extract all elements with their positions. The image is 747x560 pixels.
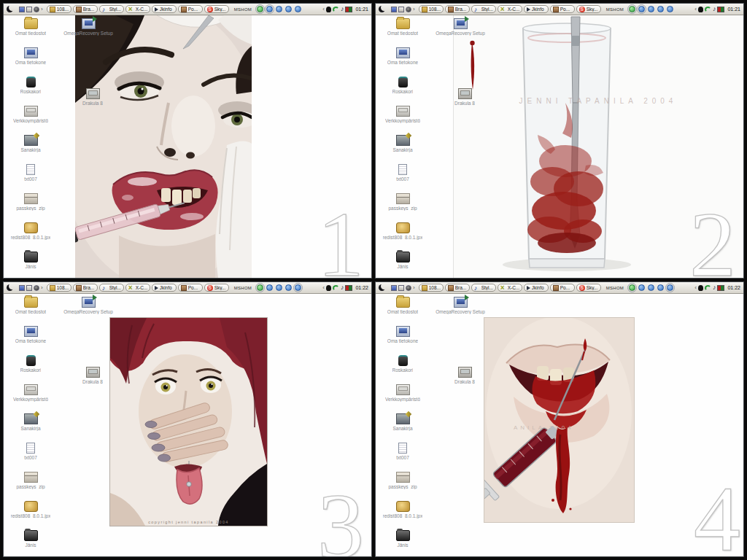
desktop-surface[interactable]: Omat tiedostot Oma tietokone Roskakori V… [376, 15, 743, 278]
task-button[interactable]: Po... [550, 284, 575, 292]
desktop-icon[interactable]: Roskakori [380, 355, 425, 384]
task-button[interactable]: Styl... [471, 284, 496, 292]
task-button[interactable]: Bra... [445, 5, 470, 13]
desktop-icon[interactable]: txt007 [380, 443, 425, 472]
launcher-icon[interactable] [648, 6, 654, 12]
tray-bug-icon[interactable] [698, 7, 703, 12]
task-button[interactable]: Po... [178, 5, 203, 13]
tray-phone-icon[interactable] [333, 285, 339, 291]
desktop-icon[interactable]: Drakula 8 [66, 88, 119, 106]
task-button[interactable]: Sky... [576, 284, 601, 292]
launcher-icon[interactable] [638, 284, 645, 291]
desktop-icon[interactable]: txt007 [8, 164, 53, 193]
toolbar-overflow-chevron-icon[interactable]: › [413, 7, 415, 12]
tray-collapse-chevron-icon[interactable]: ‹ [322, 285, 325, 291]
desktop-icon[interactable]: Omat tiedostot [8, 297, 53, 326]
tray-phone-icon[interactable] [705, 7, 711, 12]
tray-music-icon[interactable]: ♪ [713, 6, 716, 12]
task-button[interactable]: Sky... [204, 5, 229, 13]
desktop-icon[interactable]: Verkkoympäristö [8, 106, 53, 135]
tray-collapse-chevron-icon[interactable]: ‹ [694, 285, 697, 291]
launcher-icon[interactable] [257, 284, 263, 291]
task-button[interactable]: Jkinfo [524, 284, 549, 292]
taskbar-clock[interactable]: 01:22 [727, 285, 740, 290]
launcher-icon[interactable] [295, 284, 301, 291]
desktop-icon[interactable]: Roskakori [8, 77, 53, 106]
desktop-surface[interactable]: Omat tiedostot Oma tietokone Roskakori V… [4, 294, 371, 556]
task-button[interactable]: X-C... [498, 5, 522, 13]
launcher-icon[interactable] [657, 284, 664, 291]
tray-flag-icon[interactable] [717, 7, 724, 12]
task-button[interactable]: Styl... [99, 5, 124, 13]
tray-music-icon[interactable]: ♪ [341, 6, 344, 12]
desktop-icon[interactable]: Verkkoympäristö [380, 384, 425, 413]
desktop-icon[interactable]: Oma tietokone [380, 326, 425, 355]
task-button[interactable]: 108... [47, 284, 71, 292]
desktop-icon[interactable]: OmegaRecovery Setup [58, 297, 119, 314]
tray-flag-icon[interactable] [345, 285, 352, 291]
start-moon-icon[interactable] [379, 6, 385, 12]
quicklaunch-window-icon[interactable] [391, 7, 397, 12]
launcher-icon[interactable] [648, 284, 654, 291]
task-button[interactable]: Sky... [576, 5, 601, 13]
quicklaunch-desktop-icon[interactable] [26, 285, 32, 291]
desktop-icon[interactable]: passkeys_zip [8, 193, 53, 222]
desktop-icon[interactable]: redist808_8.0.1.jpx [380, 501, 425, 530]
desktop-icon[interactable]: Omat tiedostot [380, 18, 425, 47]
start-moon-icon[interactable] [379, 284, 385, 291]
desktop-icon[interactable]: Sanakirja [8, 135, 53, 164]
desktop-icon[interactable]: txt007 [380, 164, 425, 193]
start-moon-icon[interactable] [7, 6, 13, 12]
taskbar-clock[interactable]: 01:21 [355, 7, 368, 12]
quicklaunch-window-icon[interactable] [19, 7, 25, 12]
task-button[interactable]: X-C... [125, 5, 150, 13]
toolbar-overflow-chevron-icon[interactable]: › [41, 7, 43, 12]
desktop-icon[interactable]: OmegaRecovery Setup [430, 18, 491, 36]
launcher-icon[interactable] [657, 6, 664, 12]
task-button[interactable]: Bra... [73, 5, 98, 13]
desktop-surface[interactable]: Omat tiedostot Oma tietokone Roskakori V… [4, 15, 371, 278]
desktop-icon[interactable]: Jänis [380, 252, 425, 278]
launcher-icon[interactable] [266, 284, 273, 291]
desktop-icon[interactable]: OmegaRecovery Setup [58, 18, 119, 36]
task-button[interactable]: 108... [419, 5, 444, 13]
task-button[interactable]: Jkinfo [152, 5, 177, 13]
tray-bug-icon[interactable] [326, 7, 331, 12]
quicklaunch-player-icon[interactable] [406, 285, 411, 291]
desktop-icon[interactable]: Sanakirja [380, 413, 425, 443]
desktop-icon[interactable]: passkeys_zip [380, 472, 425, 501]
launcher-icon[interactable] [276, 284, 282, 291]
launcher-icon[interactable] [285, 6, 292, 12]
desktop-icon[interactable]: Roskakori [8, 355, 53, 384]
launcher-icon[interactable] [667, 6, 673, 12]
desktop-icon[interactable]: Oma tietokone [8, 47, 53, 77]
quicklaunch-window-icon[interactable] [391, 285, 397, 291]
task-button[interactable]: 108... [47, 5, 71, 13]
tray-collapse-chevron-icon[interactable]: ‹ [322, 7, 325, 12]
task-button[interactable]: X-C... [125, 284, 150, 292]
tray-bug-icon[interactable] [698, 285, 703, 291]
launcher-icon[interactable] [629, 284, 635, 291]
tray-flag-icon[interactable] [345, 7, 352, 12]
task-button[interactable]: Styl... [99, 284, 124, 292]
desktop-icon[interactable]: Drakula 8 [66, 367, 119, 384]
tray-music-icon[interactable]: ♪ [713, 284, 716, 291]
desktop-icon[interactable]: Oma tietokone [380, 47, 425, 77]
desktop-icon[interactable]: redist808_8.0.1.jpx [8, 222, 53, 252]
desktop-icon[interactable]: Omat tiedostot [380, 297, 425, 326]
tray-bug-icon[interactable] [326, 285, 331, 291]
task-button[interactable]: Bra... [73, 284, 98, 292]
task-button[interactable]: Po... [178, 284, 203, 292]
launcher-icon[interactable] [257, 6, 263, 12]
task-button[interactable]: Po... [550, 5, 575, 13]
desktop-icon[interactable]: Jänis [380, 530, 425, 556]
desktop-icon[interactable]: Drakula 8 [438, 367, 491, 384]
toolbar-overflow-chevron-icon[interactable]: › [41, 285, 43, 291]
desktop-icon[interactable]: Roskakori [380, 77, 425, 106]
tray-collapse-chevron-icon[interactable]: ‹ [694, 7, 697, 12]
desktop-icon[interactable]: Drakula 8 [438, 88, 491, 106]
desktop-icon[interactable]: redist808_8.0.1.jpx [380, 222, 425, 252]
tray-phone-icon[interactable] [705, 285, 711, 291]
launcher-icon[interactable] [295, 6, 301, 12]
desktop-icon[interactable]: redist808_8.0.1.jpx [8, 501, 53, 530]
